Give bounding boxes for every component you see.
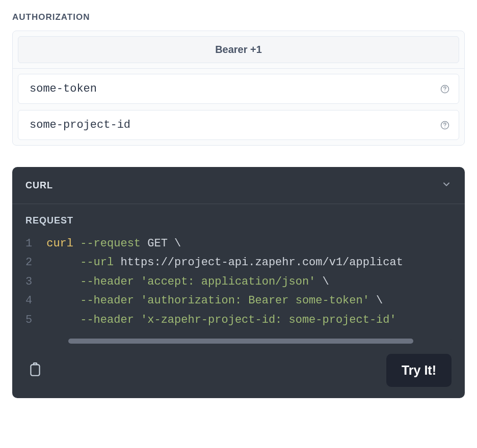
code-panel: CURL REQUEST 1curl --request GET \2 --ur… <box>12 167 465 398</box>
token-input-wrapper <box>18 74 459 104</box>
line-content: --header 'authorization: Bearer some-tok… <box>46 291 452 310</box>
authorization-title: AUTHORIZATION <box>12 12 465 22</box>
bearer-toggle[interactable]: Bearer +1 <box>18 36 459 63</box>
project-id-input-wrapper <box>18 110 459 140</box>
line-content: --header 'accept: application/json' \ <box>46 272 452 291</box>
project-id-input[interactable] <box>18 110 459 140</box>
code-line: 5 --header 'x-zapehr-project-id: some-pr… <box>25 311 452 329</box>
line-number: 4 <box>25 291 46 310</box>
scrollbar-thumb[interactable] <box>68 339 413 344</box>
request-label: REQUEST <box>12 204 465 228</box>
help-icon[interactable] <box>440 120 450 130</box>
chevron-down-icon <box>441 179 452 191</box>
authorization-container: Bearer +1 <box>12 31 465 146</box>
code-footer: Try It! <box>12 344 465 398</box>
try-it-button[interactable]: Try It! <box>386 354 452 387</box>
line-number: 3 <box>25 272 46 291</box>
language-selector[interactable]: CURL <box>12 167 465 204</box>
line-number: 5 <box>25 311 46 329</box>
line-number: 2 <box>25 253 46 272</box>
language-label: CURL <box>25 180 53 191</box>
svg-rect-4 <box>31 365 39 375</box>
code-line: 4 --header 'authorization: Bearer some-t… <box>25 291 452 310</box>
horizontal-scrollbar[interactable] <box>68 339 452 344</box>
code-area: 1curl --request GET \2 --url https://pro… <box>12 228 465 344</box>
clipboard-icon <box>29 362 42 379</box>
code-lines: 1curl --request GET \2 --url https://pro… <box>12 234 465 339</box>
code-line: 1curl --request GET \ <box>25 234 452 253</box>
help-icon[interactable] <box>440 84 450 94</box>
line-content: --header 'x-zapehr-project-id: some-proj… <box>46 311 452 329</box>
code-line: 2 --url https://project-api.zapehr.com/v… <box>25 253 452 272</box>
divider <box>13 68 464 69</box>
code-line: 3 --header 'accept: application/json' \ <box>25 272 452 291</box>
copy-button[interactable] <box>25 359 45 382</box>
svg-point-3 <box>444 126 445 127</box>
authorization-section: AUTHORIZATION Bearer +1 <box>12 12 465 146</box>
line-number: 1 <box>25 234 46 253</box>
line-content: curl --request GET \ <box>46 234 452 253</box>
token-input[interactable] <box>18 74 459 104</box>
svg-point-1 <box>444 90 445 91</box>
line-content: --url https://project-api.zapehr.com/v1/… <box>46 253 452 272</box>
